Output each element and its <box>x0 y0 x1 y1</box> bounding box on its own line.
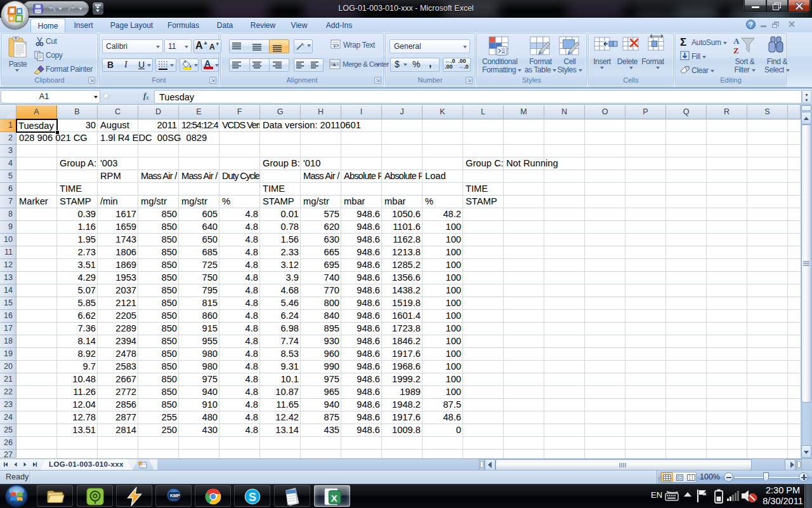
svg-text:S: S <box>249 491 256 504</box>
svg-text:a: a <box>333 62 336 67</box>
svg-text:X: X <box>331 493 337 504</box>
svg-text:Z: Z <box>733 46 739 55</box>
svg-text:KMP: KMP <box>170 493 180 498</box>
svg-text:A: A <box>733 36 740 46</box>
